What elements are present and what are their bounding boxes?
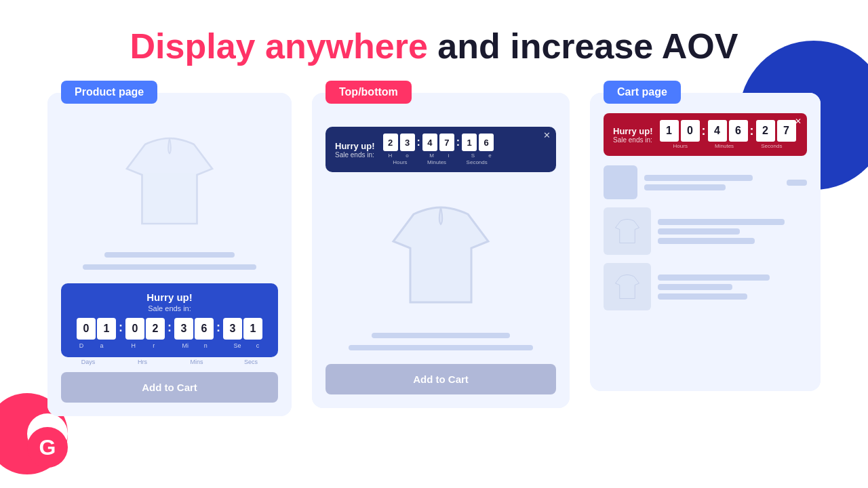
colon1: : bbox=[417, 136, 420, 148]
ph2: 3 bbox=[400, 134, 415, 151]
cart-countdown-banner: ✕ Hurry up! Sale ends in: 1 0 : 4 6 : bbox=[604, 113, 807, 156]
hr-2: 2 bbox=[146, 318, 165, 340]
shirt-container-2 bbox=[326, 180, 556, 329]
sec-1: 3 bbox=[223, 318, 242, 340]
colon2: : bbox=[456, 136, 460, 148]
popup-label-text: Hours Minutes Seconds bbox=[383, 159, 498, 165]
cart-page-card: Cart page ✕ Hurry up! Sale ends in: 1 0 … bbox=[590, 93, 821, 391]
hours-group: 0 2 bbox=[125, 318, 165, 340]
cart-banner-title: Hurry up! bbox=[613, 126, 653, 136]
cart-h1: 1 bbox=[660, 120, 679, 142]
product-page-inner: Hurry up! Sale ends in: 0 1 : 0 2 : bbox=[47, 93, 292, 416]
page-container: Display anywhere and increase AOV Produc… bbox=[0, 0, 868, 488]
placeholder-4 bbox=[349, 345, 533, 350]
title-highlight: Display anywhere bbox=[130, 26, 428, 66]
cart-item-details-2 bbox=[658, 219, 807, 244]
cart-h2: 0 bbox=[681, 120, 700, 142]
ph5: 1 bbox=[462, 134, 477, 151]
cart-price-1 bbox=[787, 180, 807, 186]
cart-timer: 1 0 : 4 6 : 2 7 Hours Minutes Seco bbox=[660, 120, 796, 149]
cart-s2: 7 bbox=[777, 120, 796, 142]
cart-close-button[interactable]: ✕ bbox=[795, 117, 802, 126]
popup-banner: ✕ Hurry up! Sale ends in: 2 3 : 4 bbox=[326, 127, 556, 172]
cart-item-details-1 bbox=[644, 175, 780, 190]
cart-c2: : bbox=[750, 124, 754, 138]
cart-item-img-3 bbox=[604, 263, 651, 310]
popup-time-labels: H o M i S e bbox=[383, 152, 498, 159]
cart-time-labels: Hours Minutes Seconds bbox=[660, 143, 796, 149]
cart-item-2 bbox=[604, 207, 807, 255]
cart-m1: 4 bbox=[708, 120, 727, 142]
cart-detail-line-4 bbox=[658, 228, 740, 235]
min-2: 6 bbox=[195, 318, 214, 340]
cart-page-label: Cart page bbox=[604, 81, 681, 104]
placeholder-2 bbox=[83, 264, 256, 270]
cart-detail-line-1 bbox=[644, 175, 753, 181]
placeholder-1 bbox=[104, 252, 235, 258]
mins-group: 3 6 bbox=[174, 318, 214, 340]
popup-content: Hurry up! Sale ends in: 2 3 : 4 7 : bbox=[335, 134, 547, 165]
top-bottom-label: Top/bottom bbox=[326, 81, 412, 104]
cart-detail-line-3 bbox=[658, 219, 785, 225]
cart-detail-line-6 bbox=[658, 274, 770, 281]
cart-item-placeholder-1 bbox=[604, 165, 637, 199]
cart-item-3 bbox=[604, 263, 807, 310]
cart-detail-line-5 bbox=[658, 238, 755, 244]
product-time-labels: Days Hrs Mins Secs bbox=[61, 359, 278, 365]
cart-banner-text: Hurry up! Sale ends in: bbox=[613, 126, 653, 144]
cart-detail-line-7 bbox=[658, 284, 732, 290]
product-banner-title: Hurry up! bbox=[72, 291, 267, 303]
shirt-container-1 bbox=[61, 113, 278, 249]
product-add-to-cart-button[interactable]: Add to Cart bbox=[61, 372, 278, 403]
day-2: 1 bbox=[97, 318, 116, 340]
title-normal: and increase AOV bbox=[428, 26, 738, 66]
sec-2: 1 bbox=[243, 318, 262, 340]
ph6: 6 bbox=[479, 134, 494, 151]
cart-item-details-3 bbox=[658, 274, 807, 300]
min-1: 3 bbox=[174, 318, 193, 340]
product-countdown-digits: 0 1 : 0 2 : 3 6 : bbox=[72, 318, 267, 340]
cart-c1: : bbox=[702, 124, 706, 138]
cart-detail-line-2 bbox=[644, 184, 726, 190]
cart-s1: 2 bbox=[756, 120, 775, 142]
hr-1: 0 bbox=[125, 318, 144, 340]
secs-group: 3 1 bbox=[223, 318, 262, 340]
popup-text: Hurry up! Sale ends in: bbox=[335, 141, 375, 159]
ph1: 2 bbox=[383, 134, 398, 151]
placeholder-3 bbox=[372, 333, 510, 338]
cart-item-1 bbox=[604, 165, 807, 199]
ph3: 4 bbox=[422, 134, 437, 151]
popup-close-button[interactable]: ✕ bbox=[543, 130, 551, 140]
header: Display anywhere and increase AOV bbox=[130, 27, 738, 66]
popup-timer: 2 3 : 4 7 : 1 6 H o bbox=[383, 134, 498, 165]
day-1: 0 bbox=[77, 318, 96, 340]
logo-g: G bbox=[27, 427, 68, 468]
product-banner-subtitle: Sale ends in: bbox=[72, 304, 267, 312]
product-digit-labels: Da Hr Min Sec bbox=[72, 342, 267, 349]
cart-page-inner: ✕ Hurry up! Sale ends in: 1 0 : 4 6 : bbox=[590, 93, 821, 391]
cart-item-img-2 bbox=[604, 207, 651, 255]
popup-title: Hurry up! bbox=[335, 141, 375, 151]
cart-m2: 6 bbox=[729, 120, 748, 142]
top-bottom-add-to-cart-button[interactable]: Add to Cart bbox=[326, 364, 556, 394]
popup-digits-row: 2 3 : 4 7 : 1 6 bbox=[383, 134, 498, 151]
cart-digits-row: 1 0 : 4 6 : 2 7 bbox=[660, 120, 796, 142]
cards-row: Product page Hurry up! Sale ends in: bbox=[41, 93, 827, 416]
product-page-label: Product page bbox=[61, 81, 157, 104]
popup-subtitle: Sale ends in: bbox=[335, 151, 375, 159]
top-bottom-inner: ✕ Hurry up! Sale ends in: 2 3 : 4 bbox=[312, 93, 570, 408]
top-bottom-card: Top/bottom ✕ Hurry up! Sale ends in: 2 bbox=[312, 93, 570, 408]
product-page-card: Product page Hurry up! Sale ends in: bbox=[47, 93, 292, 416]
cart-detail-line-8 bbox=[658, 293, 747, 300]
product-countdown-banner: Hurry up! Sale ends in: 0 1 : 0 2 : bbox=[61, 283, 278, 357]
ph4: 7 bbox=[439, 134, 454, 151]
days-group: 0 1 bbox=[77, 318, 116, 340]
cart-banner-subtitle: Sale ends in: bbox=[613, 136, 653, 144]
